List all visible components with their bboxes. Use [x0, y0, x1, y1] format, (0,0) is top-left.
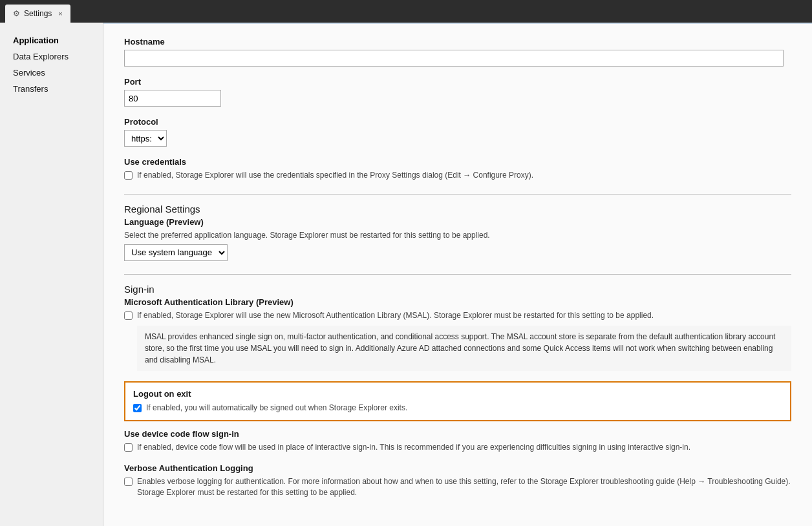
language-label: Language (Preview): [124, 217, 791, 227]
sidebar-item-data-explorers[interactable]: Data Explorers: [8, 49, 95, 64]
tab-label: Settings: [24, 9, 52, 18]
gear-icon: ⚙: [13, 9, 20, 18]
logout-on-exit-label: Logout on exit: [133, 389, 782, 399]
signin-title: Sign-in: [124, 284, 791, 295]
msal-checkbox[interactable]: [124, 311, 133, 320]
sidebar-item-application[interactable]: Application: [8, 33, 95, 48]
verbose-auth-checkbox[interactable]: [124, 478, 133, 486]
protocol-label: Protocol: [124, 117, 791, 127]
msal-group: Microsoft Authentication Library (Previe…: [124, 297, 791, 372]
device-code-description: If enabled, device code flow will be use…: [137, 442, 690, 453]
msal-description: If enabled, Storage Explorer will use th…: [137, 310, 654, 321]
port-input[interactable]: [124, 90, 221, 107]
regional-settings-divider: [124, 194, 791, 195]
language-description: Select the preferred application languag…: [124, 230, 791, 241]
logout-on-exit-box: Logout on exit If enabled, you will auto…: [124, 381, 791, 421]
hostname-group: Hostname: [124, 37, 791, 67]
settings-tab[interactable]: ⚙ Settings ×: [5, 5, 70, 23]
verbose-auth-group: Verbose Authentication Logging Enables v…: [124, 463, 791, 498]
msal-info-box: MSAL provides enhanced single sign on, m…: [137, 326, 791, 371]
use-credentials-checkbox[interactable]: [124, 171, 133, 180]
sidebar: Application Data Explorers Services Tran…: [0, 23, 103, 526]
port-group: Port: [124, 77, 791, 107]
use-credentials-group: Use credentials If enabled, Storage Expl…: [124, 157, 791, 181]
verbose-auth-description: Enables verbose logging for authenticati…: [137, 476, 791, 498]
sidebar-item-transfers[interactable]: Transfers: [8, 81, 95, 96]
sidebar-item-services[interactable]: Services: [8, 65, 95, 80]
main-content: Hostname Port Protocol https: Use creden…: [103, 23, 812, 526]
hostname-label: Hostname: [124, 37, 791, 47]
msal-info-text: MSAL provides enhanced single sign on, m…: [145, 332, 775, 364]
tab-close-button[interactable]: ×: [58, 10, 62, 17]
logout-on-exit-description: If enabled, you will automatically be si…: [146, 403, 407, 414]
port-label: Port: [124, 77, 791, 87]
signin-divider: [124, 274, 791, 275]
regional-settings-title: Regional Settings: [124, 204, 791, 215]
use-credentials-label: Use credentials: [124, 157, 791, 167]
hostname-input[interactable]: [124, 50, 784, 67]
verbose-auth-label: Verbose Authentication Logging: [124, 463, 791, 473]
logout-on-exit-checkbox[interactable]: [133, 404, 142, 412]
language-group: Language (Preview) Select the preferred …: [124, 217, 791, 261]
device-code-group: Use device code flow sign-in If enabled,…: [124, 429, 791, 453]
language-select[interactable]: Use system language: [124, 244, 228, 261]
device-code-label: Use device code flow sign-in: [124, 429, 791, 439]
protocol-group: Protocol https:: [124, 117, 791, 147]
device-code-checkbox[interactable]: [124, 443, 133, 452]
protocol-select[interactable]: https:: [124, 130, 167, 147]
msal-label: Microsoft Authentication Library (Previe…: [124, 297, 791, 307]
use-credentials-description: If enabled, Storage Explorer will use th…: [137, 170, 533, 181]
